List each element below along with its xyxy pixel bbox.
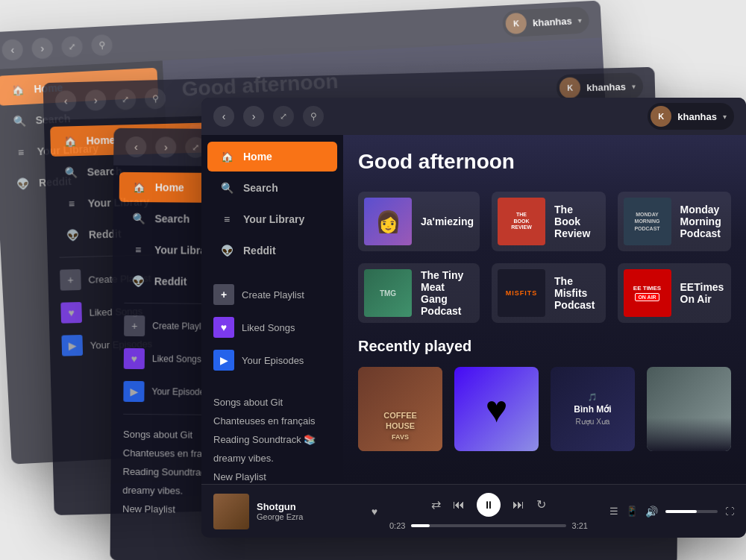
- home-icon-main: 🏠: [219, 149, 234, 164]
- volume-fill: [665, 510, 697, 513]
- sidebar-main: 🏠 Home 🔍 Search ≡ Your Library 👽 Reddit …: [201, 135, 343, 484]
- heart-icon-main: ♥: [213, 317, 234, 338]
- prev-button[interactable]: ⏮: [453, 498, 465, 512]
- home-icon-2: 🏠: [62, 133, 78, 149]
- recently-coffeehouse[interactable]: COFFEEHOUSEFAVS: [358, 367, 442, 451]
- reddit-icon-main: 👽: [219, 243, 234, 258]
- device-button[interactable]: 📱: [626, 506, 638, 517]
- recently-played-grid: COFFEEHOUSEFAVS ♥ 🎵 Bình Mới Rượu Xưa: [358, 367, 731, 451]
- back-button-1[interactable]: ‹: [1, 39, 23, 60]
- back-button-main[interactable]: ‹: [213, 106, 234, 127]
- playlist-item-main-4[interactable]: dreamy vibes.: [213, 450, 331, 466]
- card-monday-main[interactable]: MONDAYMORNINGPODCAST Monday Morning Podc…: [618, 192, 731, 251]
- thumb-eetimes-main: EE Times ON AIR: [624, 269, 671, 317]
- pin-icon-main: ⚲: [303, 106, 324, 127]
- heart-button[interactable]: ♥: [372, 506, 377, 517]
- library-icon-1: ≡: [13, 145, 28, 160]
- chevron-icon-2: ▾: [632, 82, 636, 90]
- card-book-main[interactable]: THEBOOKREVIEW The Book Review: [492, 192, 605, 251]
- create-icon-2: +: [60, 269, 81, 291]
- card-tiny-main[interactable]: TMG The Tiny Meat Gang Podcast: [358, 263, 480, 323]
- recently-forest[interactable]: [647, 367, 731, 451]
- username-2: khanhas: [586, 81, 626, 92]
- podcast-name-tiny: The Tiny Meat Gang Podcast: [421, 269, 474, 317]
- player-center: ⇄ ⏮ ⏸ ⏭ ↻ 0:23 3:21: [389, 493, 588, 530]
- recently-played-title: Recently played: [358, 338, 731, 355]
- next-button[interactable]: ⏭: [513, 498, 524, 512]
- pin-icon-2: ⚲: [145, 88, 166, 110]
- library-icon-main: ≡: [219, 212, 234, 227]
- episodes-icon-3: ▶: [123, 381, 144, 402]
- forward-button-main[interactable]: ›: [243, 106, 264, 127]
- sidebar-home-main[interactable]: 🏠 Home: [207, 142, 337, 172]
- heart-icon-3: ♥: [124, 348, 145, 369]
- card-jamiezing-main[interactable]: 👩 Ja'miezing: [358, 192, 480, 251]
- queue-button[interactable]: ☰: [609, 506, 618, 517]
- username-1: khanhas: [533, 15, 572, 28]
- home-icon-3: 🏠: [131, 180, 146, 195]
- player-track: Shotgun: [257, 501, 364, 512]
- repeat-button[interactable]: ↻: [536, 497, 546, 512]
- shuffle-button[interactable]: ⇄: [431, 497, 441, 512]
- thumb-tiny-main: TMG: [364, 269, 412, 317]
- playlist-item-main-3[interactable]: Reading Soundtrack 📚: [213, 432, 331, 447]
- avatar-1: K: [505, 13, 527, 34]
- progress-fill: [411, 524, 430, 527]
- card-misfits-main[interactable]: MISFITS The Misfits Podcast: [492, 263, 605, 323]
- player-right: ☰ 📱 🔊 ⛶: [600, 506, 734, 517]
- podcast-name-misfits: The Misfits Podcast: [554, 275, 599, 311]
- avatar-main: K: [651, 106, 671, 127]
- search-icon-3: 🔍: [131, 211, 145, 226]
- playlist-item-main-1[interactable]: Songs about Git: [213, 394, 331, 410]
- create-playlist-main[interactable]: + Create Playlist: [201, 278, 343, 311]
- create-icon-3: +: [124, 315, 145, 336]
- playlist-item-main-5[interactable]: New Playlist: [213, 469, 331, 484]
- player-bar: Shotgun George Ezra ♥ ⇄ ⏮ ⏸ ⏭ ↻ 0:23 3:2…: [201, 484, 746, 538]
- reddit-icon-2: 👽: [65, 227, 81, 243]
- volume-bar[interactable]: [665, 510, 718, 513]
- greeting-main: Good afternoon: [358, 150, 731, 174]
- forward-button-1[interactable]: ›: [31, 37, 53, 59]
- heart-icon-2: ♥: [60, 302, 82, 324]
- sidebar-library-main[interactable]: ≡ Your Library: [207, 204, 337, 234]
- sidebar-search-main[interactable]: 🔍 Search: [207, 173, 337, 203]
- volume-icon: 🔊: [645, 506, 658, 517]
- recently-liked[interactable]: ♥: [454, 367, 539, 451]
- thumb-jamiezing-main: 👩: [364, 198, 412, 245]
- card-eetimes-main[interactable]: EE Times ON AIR EETimes On Air: [618, 263, 731, 323]
- episodes-icon-main: ▶: [213, 350, 234, 371]
- time-total: 3:21: [572, 521, 588, 530]
- reddit-icon-1: 👽: [15, 176, 31, 192]
- chevron-icon-1: ▾: [577, 16, 582, 24]
- podcast-name-book: The Book Review: [554, 204, 599, 239]
- window-main[interactable]: ‹ › ⤢ ⚲ K khanhas ▾ 🏠 Home 🔍 Search ≡ Yo…: [201, 98, 746, 538]
- episodes-icon-2: ▶: [61, 335, 83, 356]
- fullscreen-button[interactable]: ⛶: [725, 506, 734, 517]
- progress-track[interactable]: [411, 524, 565, 527]
- time-current: 0:23: [389, 521, 405, 530]
- back-button-2[interactable]: ‹: [55, 90, 77, 112]
- back-button-3[interactable]: ‹: [125, 136, 146, 157]
- search-icon-2: 🔍: [63, 165, 78, 180]
- liked-songs-main[interactable]: ♥ Liked Songs: [201, 311, 343, 344]
- your-episodes-main[interactable]: ▶ Your Episodes: [201, 344, 343, 377]
- recently-binh[interactable]: 🎵 Bình Mới Rượu Xưa: [551, 367, 635, 451]
- forward-button-3[interactable]: ›: [155, 136, 176, 157]
- forward-button-2[interactable]: ›: [85, 89, 107, 111]
- player-controls: ⇄ ⏮ ⏸ ⏭ ↻: [431, 493, 546, 517]
- thumb-monday-main: MONDAYMORNINGPODCAST: [624, 198, 671, 245]
- window-icon-1: ⤢: [61, 36, 83, 57]
- user-area-main[interactable]: K khanhas ▾: [648, 103, 734, 130]
- progress-bar-wrap: 0:23 3:21: [389, 521, 588, 530]
- main-content-main: Good afternoon 👩 Ja'miezing THEBOOKREVIE…: [343, 135, 746, 484]
- sidebar-reddit-main[interactable]: 👽 Reddit: [207, 236, 337, 265]
- pin-icon-1: ⚲: [91, 34, 113, 56]
- player-left: Shotgun George Ezra ♥: [213, 494, 377, 529]
- playlist-list-main: Songs about Git Chanteuses en français R…: [201, 388, 343, 484]
- user-area-1[interactable]: K khanhas ▾: [502, 6, 589, 37]
- play-pause-button[interactable]: ⏸: [477, 493, 501, 517]
- playlist-item-main-2[interactable]: Chanteuses en français: [213, 413, 331, 429]
- player-thumbnail: [213, 494, 249, 529]
- library-icon-2: ≡: [64, 196, 80, 212]
- avatar-2: K: [560, 77, 581, 98]
